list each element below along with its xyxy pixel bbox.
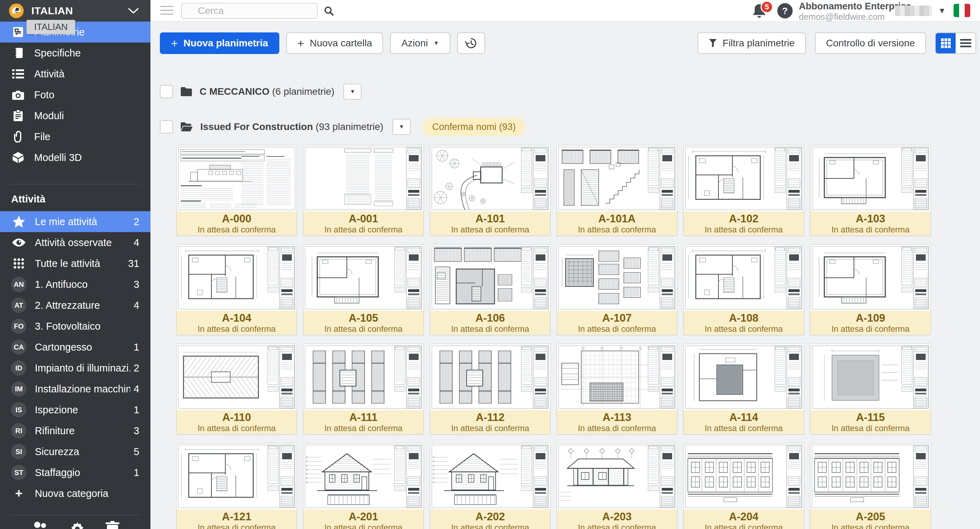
grid-view-icon[interactable] xyxy=(936,33,956,53)
folder-name[interactable]: Issued For Construction (93 planimetrie) xyxy=(200,121,383,132)
sidebar-category-2-attrezzature[interactable]: AT2. Attrezzature 4 xyxy=(0,295,150,316)
sidebar-category-cartongesso[interactable]: CACartongesso 1 xyxy=(0,337,150,357)
plan-card[interactable]: A-202 In attesa di conferma xyxy=(430,443,550,529)
plan-card[interactable]: A-114 In attesa di conferma xyxy=(683,344,804,435)
plan-status: In attesa di conferma xyxy=(705,324,783,334)
hamburger-menu-icon[interactable] xyxy=(160,6,173,18)
plan-card-footer: A-203 In attesa di conferma xyxy=(557,510,677,529)
category-label: Attività osservate xyxy=(35,237,130,249)
plan-card[interactable]: A-105 In attesa di conferma xyxy=(303,244,424,335)
sidebar-item-foto[interactable]: Foto xyxy=(0,84,150,105)
sidebar-item-modelli-3d[interactable]: Modelli 3D xyxy=(0,147,150,168)
plan-card[interactable]: A-108 In attesa di conferma xyxy=(683,244,804,335)
sidebar-category-sicurezza[interactable]: SISicurezza 5 xyxy=(0,441,150,462)
plan-card-footer: A-110 In attesa di conferma xyxy=(177,410,297,435)
category-count: 2 xyxy=(134,216,139,228)
tasks-section-title: Attività xyxy=(0,184,150,211)
plan-card[interactable]: A-111 In attesa di conferma xyxy=(303,344,424,435)
plan-card[interactable]: A-001 In attesa di conferma xyxy=(303,145,424,236)
sidebar-bottom-actions xyxy=(0,521,150,529)
plan-card[interactable]: A-101 In attesa di conferma xyxy=(430,145,550,236)
plan-card[interactable]: A-203 In attesa di conferma xyxy=(557,443,677,529)
sidebar-item-file[interactable]: File xyxy=(0,126,150,147)
plan-card[interactable]: A-104 In attesa di conferma xyxy=(176,244,297,335)
sidebar-category-ispezione[interactable]: ISIspezione 1 xyxy=(0,399,150,420)
gear-icon[interactable] xyxy=(69,521,86,529)
sidebar-item-specifiche[interactable]: Specifiche xyxy=(0,43,150,64)
list-view-icon[interactable] xyxy=(956,33,975,53)
confirm-names-badge[interactable]: Conferma nomi (93) xyxy=(422,118,525,136)
plan-card[interactable]: A-102 In attesa di conferma xyxy=(683,145,804,236)
plan-card[interactable]: A-110 In attesa di conferma xyxy=(176,344,297,435)
notifications-bell-icon[interactable]: 5 xyxy=(751,3,769,19)
user-menu-caret-icon[interactable]: ▼ xyxy=(938,6,946,15)
category-count: 1 xyxy=(134,341,139,353)
sidebar-category-rifiniture[interactable]: RIRifiniture 3 xyxy=(0,420,150,441)
subscription-title: Abbonamento Enterprise xyxy=(799,1,912,12)
language-flag-icon[interactable] xyxy=(953,4,970,17)
category-count: 3 xyxy=(134,425,139,437)
plan-card[interactable]: A-106 In attesa di conferma xyxy=(430,244,550,335)
category-label: Cartongesso xyxy=(35,341,130,353)
version-history-button[interactable] xyxy=(457,32,485,54)
category-initials-badge: SI xyxy=(11,444,27,459)
sidebar-item-moduli[interactable]: Moduli xyxy=(0,105,150,126)
sidebar-category-3-fotovoltaico[interactable]: FO3. Fotovoltaico xyxy=(0,316,150,337)
actions-dropdown-button[interactable]: Azioni ▼ xyxy=(390,32,450,54)
plan-card[interactable]: A-112 In attesa di conferma xyxy=(430,344,550,435)
plan-thumbnail xyxy=(177,344,297,410)
sidebar-category-le-mie-attivit-[interactable]: Le mie attività 2 xyxy=(0,211,150,232)
sidebar-category-1-antifuoco[interactable]: AN1. Antifuoco 3 xyxy=(0,274,150,295)
plan-card[interactable]: A-115 In attesa di conferma xyxy=(810,344,931,435)
plan-card-footer: A-101A In attesa di conferma xyxy=(557,212,677,236)
sidebar-category-impianto-di-illuminazi-[interactable]: IDImpianto di illuminazi... 2 xyxy=(0,357,150,378)
sidebar-item-attività[interactable]: Attività xyxy=(0,64,150,84)
folder-dropdown-button[interactable]: ▼ xyxy=(344,84,361,100)
version-control-button[interactable]: Controllo di versione xyxy=(815,32,926,54)
plus-icon: + xyxy=(11,486,27,501)
folder-name[interactable]: C MECCANICO (6 planimetrie) xyxy=(200,86,334,97)
sidebar-item-label: Foto xyxy=(34,89,54,101)
plan-card[interactable]: A-204 In attesa di conferma xyxy=(683,443,804,529)
sidebar-item-label: Moduli xyxy=(34,110,64,122)
sidebar-category-attivit-osservate[interactable]: Attività osservate 4 xyxy=(0,232,150,253)
plan-card[interactable]: A-103 In attesa di conferma xyxy=(810,145,931,236)
plan-card[interactable]: A-113 In attesa di conferma xyxy=(557,344,677,435)
plan-name: A-111 xyxy=(349,411,377,424)
plan-card[interactable]: A-107 In attesa di conferma xyxy=(557,244,677,335)
project-switcher[interactable]: ITALIAN xyxy=(0,0,150,22)
folder-checkbox[interactable] xyxy=(160,120,173,134)
plan-card[interactable]: A-205 In attesa di conferma xyxy=(810,443,931,529)
plan-card[interactable]: A-201 In attesa di conferma xyxy=(303,443,424,529)
plan-card-footer: A-106 In attesa di conferma xyxy=(430,311,550,335)
help-icon[interactable]: ? xyxy=(777,3,793,19)
plan-card[interactable]: A-000 In attesa di conferma xyxy=(176,145,297,236)
plan-thumbnail xyxy=(810,443,931,510)
plan-card-footer: A-000 In attesa di conferma xyxy=(177,212,297,236)
category-initials-badge: IS xyxy=(11,402,27,417)
plan-card[interactable]: A-109 In attesa di conferma xyxy=(810,244,931,335)
new-folder-button[interactable]: + Nuova cartella xyxy=(286,32,383,54)
plan-card[interactable]: A-101A In attesa di conferma xyxy=(557,145,677,236)
folder-dropdown-button[interactable]: ▼ xyxy=(393,119,410,135)
plans-toolbar: + Nuova planimetria + Nuova cartella Azi… xyxy=(160,32,976,54)
new-plan-button[interactable]: + Nuova planimetria xyxy=(160,32,279,54)
sidebar-category-tutte-le-attivit-[interactable]: Tutte le attività 31 xyxy=(0,253,150,274)
files-icon xyxy=(11,131,25,143)
sidebar-category-installazione-macchin-[interactable]: IMInstallazione macchin... 4 xyxy=(0,378,150,399)
plan-card-footer: A-102 In attesa di conferma xyxy=(684,212,804,236)
search-input[interactable] xyxy=(182,5,323,16)
filter-plans-button[interactable]: Filtra planimetrie xyxy=(698,32,806,54)
plan-thumbnail xyxy=(557,344,677,410)
folder-checkbox[interactable] xyxy=(160,85,173,98)
trash-icon[interactable] xyxy=(105,521,120,529)
user-menu[interactable] xyxy=(895,6,932,16)
people-icon[interactable] xyxy=(30,521,50,529)
sidebar-category-staffaggio[interactable]: STStaffaggio 1 xyxy=(0,462,150,483)
new-category-button[interactable]: + Nuova categoria xyxy=(0,483,150,504)
category-initials-badge: AT xyxy=(11,298,27,313)
plan-card-footer: A-121 In attesa di conferma xyxy=(177,510,297,529)
category-count: 1 xyxy=(134,404,139,416)
search-icon[interactable] xyxy=(323,6,334,16)
plan-card[interactable]: A-121 In attesa di conferma xyxy=(176,443,297,529)
